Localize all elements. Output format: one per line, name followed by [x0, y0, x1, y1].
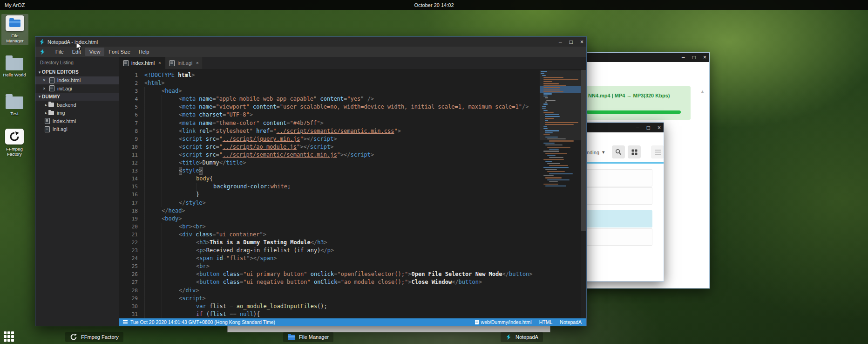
- tree-section-dummy[interactable]: ▾DUMMY: [35, 93, 119, 101]
- taskbar-item-file-manager[interactable]: File Manager: [283, 332, 333, 342]
- line-number: 15: [119, 183, 144, 191]
- indent-guide: [162, 310, 179, 318]
- statusbar-datetime[interactable]: Tue Oct 20 2020 14:01:43 GMT+0800 (Hong …: [130, 319, 275, 325]
- code-token: =: [216, 151, 219, 159]
- close-icon[interactable]: ×: [196, 61, 198, 65]
- code-token: null: [240, 310, 253, 318]
- scrollbar-thumb[interactable]: [581, 70, 586, 231]
- code-token: ../script/semantic/semantic.min.js: [223, 151, 337, 159]
- tree-section-label: OPEN EDITORS: [42, 69, 79, 75]
- code-editor[interactable]: 1<!DOCTYPE html>2<html>3<head>4<meta nam…: [119, 69, 586, 318]
- code-token: head: [165, 87, 178, 95]
- code-token: style: [182, 167, 199, 175]
- menu-view[interactable]: View: [85, 48, 105, 56]
- sort-dropdown[interactable]: ending ▾: [584, 149, 605, 155]
- line-number: 3: [119, 87, 144, 95]
- tab-index-html[interactable]: index.html×: [119, 57, 165, 69]
- indent-guide: [162, 95, 179, 103]
- file-icon: [170, 60, 175, 66]
- code-token: >: [330, 143, 333, 151]
- tree-item-backend[interactable]: ▸backend: [35, 101, 119, 109]
- indent-guide: [144, 191, 162, 199]
- line-number: 28: [119, 287, 144, 295]
- code-token: >: [398, 127, 401, 135]
- line-number: 23: [119, 247, 144, 255]
- indent-guide: [144, 223, 162, 231]
- code-token: br: [199, 262, 206, 270]
- indent-guide: [144, 159, 162, 167]
- close-button[interactable]: ×: [703, 55, 706, 60]
- code-token: </: [179, 199, 185, 207]
- maximize-button[interactable]: □: [692, 55, 696, 60]
- line-number: 17: [119, 199, 144, 207]
- code-line: 31if (flist == null){: [119, 310, 535, 318]
- close-icon[interactable]: ×: [42, 86, 47, 91]
- taskbar-item-notepada[interactable]: NotepadA: [501, 332, 543, 342]
- code-token: <: [179, 223, 182, 231]
- tree-item-img[interactable]: ▸img: [35, 109, 119, 117]
- code-token: div: [182, 231, 196, 239]
- line-number: 1: [119, 71, 144, 79]
- code-token: ": [273, 127, 276, 135]
- maximize-button[interactable]: □: [570, 39, 573, 45]
- code-token: "#4b75ff": [290, 119, 320, 127]
- desktop-icon-hello-world[interactable]: Hello World: [1, 55, 28, 77]
- statusbar-language[interactable]: HTML: [539, 319, 553, 325]
- code-token: />: [522, 103, 529, 111]
- scroll-up-icon[interactable]: ▲: [700, 89, 705, 94]
- code-line: 12<title>Dummy</title>: [119, 159, 535, 167]
- desktop-icon-test[interactable]: Test: [1, 94, 28, 116]
- list-view-button[interactable]: [651, 145, 664, 158]
- minimap[interactable]: [541, 70, 580, 187]
- minimize-button[interactable]: –: [559, 39, 562, 45]
- indent-guide: [162, 111, 179, 119]
- desktop-icon-file-manager[interactable]: File Manager: [1, 14, 28, 45]
- code-line: 28</div>: [119, 287, 535, 295]
- indent-guide: [144, 119, 162, 127]
- code-line: 22<h3>This is a Dummy Testing Module</h3…: [119, 239, 535, 247]
- indent-guide: [144, 270, 162, 278]
- taskbar-item-ffmpeg-factory[interactable]: FFmpeg Factory: [65, 332, 123, 342]
- code-token: <: [179, 295, 182, 303]
- minimize-button[interactable]: –: [636, 125, 639, 131]
- menu-font-size[interactable]: Font Size: [104, 48, 134, 56]
- code-token: >: [320, 119, 324, 127]
- tree-item-index-html[interactable]: ×index.html: [35, 76, 119, 85]
- close-icon[interactable]: ×: [158, 61, 161, 65]
- desktop-icon-ffmpeg-factory[interactable]: FFmpeg Factory: [1, 129, 28, 157]
- indent-guide: [162, 303, 179, 310]
- menu-help[interactable]: Help: [135, 48, 154, 56]
- grid-view-button[interactable]: [628, 145, 641, 158]
- editor-scrollbar[interactable]: [581, 69, 586, 318]
- tree-item-init-agi[interactable]: init.agi: [35, 125, 119, 134]
- code-line: 29<script>: [119, 295, 535, 303]
- close-icon[interactable]: ×: [42, 78, 47, 83]
- search-button[interactable]: [612, 145, 625, 158]
- code-token: content: [263, 119, 287, 127]
- statusbar-appname[interactable]: NotepadA: [560, 319, 582, 325]
- code-token: ao_module_loadInputFiles: [237, 303, 317, 310]
- menu-edit[interactable]: Edit: [68, 48, 85, 56]
- tab-init-agi[interactable]: init.agi×: [165, 57, 203, 69]
- tree-section-open-editors[interactable]: ▾OPEN EDITORS: [35, 68, 119, 76]
- code-line: 20<br><br>: [119, 223, 535, 231]
- code-token: =: [277, 103, 280, 111]
- menu-file[interactable]: File: [51, 48, 68, 56]
- host-label[interactable]: My ArOZ: [5, 2, 25, 8]
- maximize-button[interactable]: □: [647, 125, 650, 131]
- line-number: 27: [119, 278, 144, 286]
- app-launcher-button[interactable]: [3, 330, 15, 343]
- tree-item-init-agi[interactable]: ×init.agi: [35, 84, 119, 93]
- code-token: :: [267, 183, 271, 191]
- line-number: 8: [119, 127, 144, 135]
- close-button[interactable]: ×: [658, 125, 661, 131]
- tree-item-index-html[interactable]: index.html: [35, 117, 119, 125]
- close-button[interactable]: ×: [580, 39, 583, 45]
- code-token: =: [223, 255, 226, 262]
- code-token: title: [226, 159, 243, 167]
- code-token: />: [364, 95, 374, 103]
- indent-guide: [162, 278, 179, 286]
- statusbar-filepath[interactable]: web/Dummy/index.html: [475, 319, 532, 325]
- minimize-button[interactable]: –: [682, 55, 685, 60]
- code-token: </: [502, 270, 509, 278]
